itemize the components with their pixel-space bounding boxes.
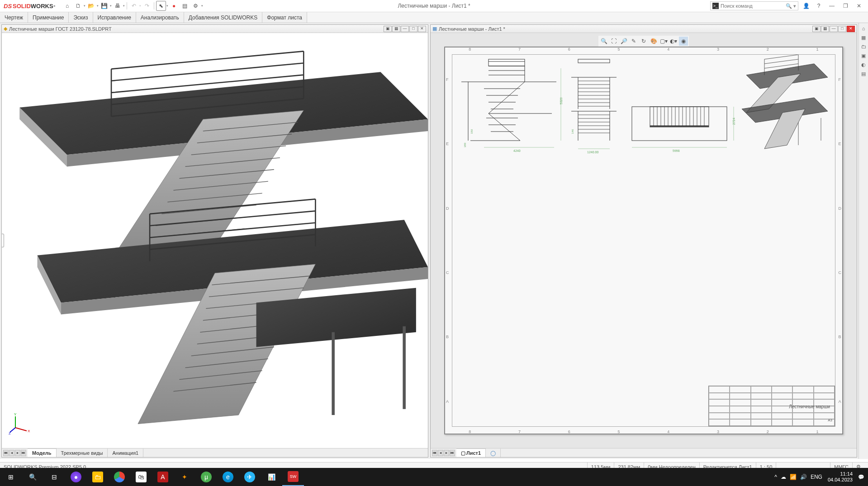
drawing-sheet[interactable]: 87654321 87654321 FEDCBA FEDCBA — [444, 47, 843, 434]
tab-nav-first[interactable]: ⏮ — [3, 450, 9, 456]
tab-nav-last[interactable]: ⏭ — [21, 450, 26, 456]
app-icon-chart[interactable]: 📊 — [261, 468, 282, 486]
search-icon[interactable]: 🔍 ▾ — [786, 3, 796, 9]
tab-nav-last[interactable]: ⏭ — [450, 450, 455, 456]
top-view[interactable]: 5998 2724 — [623, 100, 736, 154]
pane-minimize-btn[interactable]: — — [401, 26, 409, 32]
cloud-icon[interactable]: ☁ — [781, 474, 786, 480]
select-icon[interactable]: ⬉ — [156, 1, 166, 11]
model-viewport[interactable]: Y X Z — [2, 33, 428, 448]
tab-animation[interactable]: Анимация1 — [108, 448, 143, 457]
add-sheet-button[interactable]: ◯ — [486, 448, 501, 457]
telegram-icon[interactable]: ✈ — [239, 468, 261, 486]
view-palette-icon[interactable]: ▣ — [860, 52, 867, 59]
tab-sheet1[interactable]: ▢Лист1 — [456, 448, 486, 457]
clock[interactable]: 11:14 04.04.2023 — [828, 471, 853, 483]
tab-annotation[interactable]: Примечание — [28, 12, 69, 23]
isometric-view[interactable] — [737, 55, 832, 154]
app-icon-orange[interactable]: ✦ — [174, 468, 195, 486]
minimize-button[interactable]: — — [826, 2, 837, 9]
pane-viewport2-btn[interactable]: ▦ — [392, 26, 400, 32]
drawing-viewport[interactable]: 🔍 ⛶ 🔎 ✎ ↻ 🎨 ▢▾ ◐▾ ◉ 87654321 87654321 — [431, 33, 857, 448]
autocad-icon[interactable]: A — [152, 468, 174, 486]
tab-sketch[interactable]: Эскиз — [69, 12, 93, 23]
wifi-icon[interactable]: 📶 — [790, 474, 797, 480]
chrome-icon[interactable] — [109, 468, 130, 486]
new-file-icon[interactable]: 🗋 — [73, 1, 83, 11]
utorrent-icon[interactable]: μ — [195, 468, 217, 486]
options-icon[interactable]: ▤ — [180, 1, 190, 11]
help-icon[interactable]: ? — [814, 1, 824, 11]
system-tray[interactable]: ^ ☁ 📶 🔊 ENG — [774, 474, 822, 480]
solidworks-icon[interactable]: SW — [282, 468, 304, 486]
tab-model[interactable]: Модель — [28, 448, 57, 457]
search-input[interactable] — [721, 3, 786, 9]
edge-icon[interactable]: e — [217, 468, 239, 486]
pane-minimize-btn[interactable]: — — [830, 26, 838, 32]
tab-drawing[interactable]: Чертеж — [0, 12, 28, 23]
print-icon[interactable]: 🖶 — [113, 1, 123, 11]
pane-viewport2-btn[interactable]: ▦ — [821, 26, 829, 32]
drawing-pane-title[interactable]: ▦ Лестничные марши - Лист1 * ▣ ▦ — □ ✕ — [431, 25, 857, 33]
logo-menu[interactable]: ▸ — [54, 4, 56, 8]
title-block[interactable]: Лестничные марши A3 — [708, 386, 835, 426]
zoom-fit-icon[interactable]: 🔍 — [599, 37, 608, 46]
pane-close-btn[interactable]: ✕ — [418, 26, 426, 32]
start-button[interactable]: ⊞ — [0, 468, 22, 486]
taskview-button[interactable]: ⊟ — [43, 468, 65, 486]
redo-icon[interactable]: ↷ — [142, 1, 152, 11]
sw-resources-icon[interactable]: ⌂ — [860, 25, 867, 32]
tray-expand-icon[interactable]: ^ — [774, 474, 777, 480]
tab-sheetformat[interactable]: Формат листа — [262, 12, 307, 23]
close-button[interactable]: ✕ — [854, 2, 864, 9]
user-icon[interactable]: 👤 — [801, 1, 811, 11]
store-icon[interactable]: 🛍 — [130, 468, 152, 486]
tab-nav-next[interactable]: ▸ — [15, 450, 20, 456]
pane-maximize-btn[interactable]: □ — [409, 26, 417, 32]
explorer-icon[interactable]: 🗀 — [87, 468, 109, 486]
custom-props-icon[interactable]: ▤ — [860, 70, 867, 77]
traffic-light-icon[interactable]: ● — [169, 1, 179, 11]
tab-analyze[interactable]: Анализировать — [136, 12, 184, 23]
tab-addins[interactable]: Добавления SOLIDWORKS — [184, 12, 263, 23]
tab-evaluate[interactable]: Исправление — [93, 12, 136, 23]
side-view[interactable]: 1240.00 146 — [567, 55, 621, 154]
3d-drawing-icon[interactable]: ◉ — [679, 37, 688, 46]
section-icon[interactable]: ◐▾ — [669, 37, 678, 46]
3d-model-render — [2, 33, 428, 448]
notifications-icon[interactable]: 💬 — [858, 474, 864, 480]
tab-nav-first[interactable]: ⏮ — [432, 450, 437, 456]
model-pane-title[interactable]: ◆ Лестничные марши ГОСТ 23120-78.SLDPRT … — [2, 25, 428, 33]
yandex-icon[interactable]: ● — [65, 468, 87, 486]
settings-icon[interactable]: ⚙ — [191, 1, 201, 11]
rotate-icon[interactable]: ✎ — [629, 37, 638, 46]
pane-viewport-btn[interactable]: ▣ — [812, 26, 821, 32]
home-icon[interactable]: ⌂ — [62, 1, 72, 11]
tab-nav-prev[interactable]: ◂ — [438, 450, 443, 456]
design-library-icon[interactable]: ▦ — [860, 34, 867, 41]
tab-3dviews[interactable]: Трехмерные виды — [57, 448, 108, 457]
axis-triad[interactable]: Y X Z — [9, 412, 31, 434]
hlr-icon[interactable]: ▢▾ — [659, 37, 668, 46]
language-indicator[interactable]: ENG — [811, 474, 822, 480]
search-button[interactable]: 🔍 — [22, 468, 43, 486]
pan-icon[interactable]: ↻ — [639, 37, 648, 46]
tab-nav-next[interactable]: ▸ — [444, 450, 449, 456]
pane-maximize-btn[interactable]: □ — [838, 26, 846, 32]
save-icon[interactable]: 💾 — [100, 1, 109, 11]
restore-button[interactable]: ❐ — [840, 2, 851, 9]
front-view[interactable]: 5320 4240 150 180 — [452, 55, 565, 154]
pane-close-btn[interactable]: ✕ — [847, 26, 855, 32]
tab-nav-prev[interactable]: ◂ — [9, 450, 14, 456]
svg-text:Y: Y — [14, 412, 17, 416]
open-file-icon[interactable]: 📂 — [86, 1, 96, 11]
volume-icon[interactable]: 🔊 — [800, 474, 807, 480]
pane-viewport-btn[interactable]: ▣ — [384, 26, 392, 32]
command-search[interactable]: >_ 🔍 ▾ — [710, 1, 798, 10]
file-explorer-icon[interactable]: 🗀 — [860, 43, 867, 50]
zoom-prev-icon[interactable]: 🔎 — [619, 37, 628, 46]
undo-icon[interactable]: ↶ — [129, 1, 139, 11]
display-style-icon[interactable]: 🎨 — [649, 37, 658, 46]
appearances-icon[interactable]: ◐ — [860, 61, 867, 68]
zoom-area-icon[interactable]: ⛶ — [609, 37, 618, 46]
